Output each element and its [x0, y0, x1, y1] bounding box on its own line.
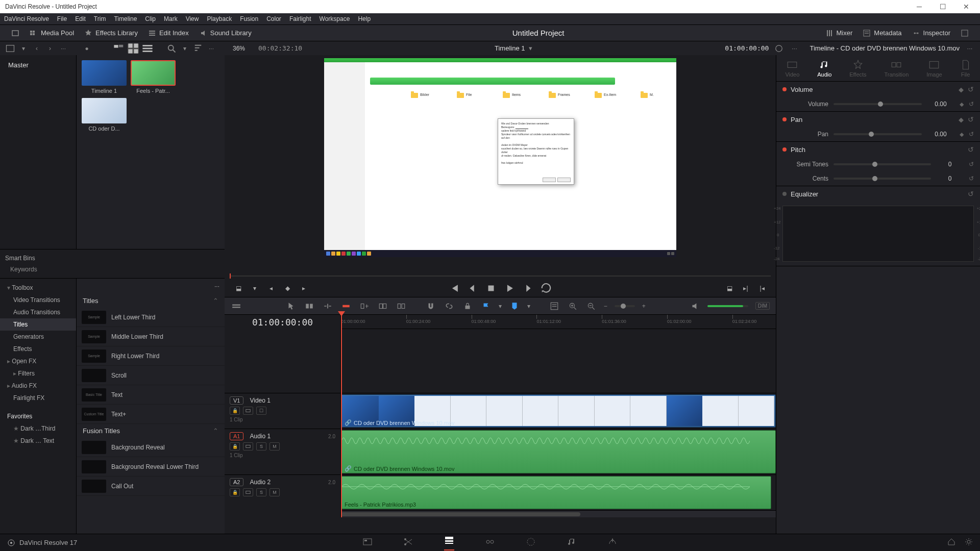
inspector-tab-image[interactable]: Image [926, 59, 942, 78]
selection-tool[interactable] [285, 300, 297, 312]
cents-reset[interactable]: ↺ [969, 175, 974, 182]
timeline-timecode[interactable]: 01:00:00:00 [725, 44, 769, 52]
pan-reset[interactable]: ↺ [968, 115, 974, 123]
nav-back[interactable]: ‹ [32, 43, 42, 54]
dynamic-trim-tool[interactable] [322, 300, 333, 312]
insert-tool[interactable] [359, 300, 370, 312]
home-button[interactable] [947, 538, 955, 547]
clip-v1[interactable]: 🔗CD oder DVD brennen Windows 10.mov [341, 394, 776, 428]
window-minimize-button[interactable]: ─ [908, 0, 931, 13]
fx-cat-audiofx[interactable]: Audio FX [0, 380, 76, 392]
track-v1-body[interactable]: 🔗CD oder DVD brennen Windows 10.mov [341, 393, 776, 429]
mark-out-button[interactable]: |◂ [756, 283, 768, 294]
viewer-frame[interactable]: BilderFileItemsFramesEx-ItemM. We und Da… [324, 58, 676, 257]
search-button[interactable] [166, 43, 177, 54]
prev-frame-button[interactable] [467, 283, 478, 294]
prev-edit-button[interactable]: ◂ [265, 283, 277, 294]
timeline-ruler[interactable]: 01:00:00:0001:00:24:0001:00:48:0001:01:1… [341, 315, 776, 329]
volume-value[interactable]: 0.00 [927, 101, 954, 108]
menu-workspace[interactable]: Workspace [320, 15, 350, 22]
search-dropdown[interactable]: ▾ [180, 43, 190, 54]
clip-a1[interactable]: 🔗CD oder DVD brennen Windows 10.mov [341, 430, 776, 473]
pan-row-reset[interactable]: ↺ [969, 131, 974, 138]
viewer-zoom[interactable]: 36% [233, 45, 245, 52]
fx-cat-effects[interactable]: Effects [0, 343, 76, 355]
smart-bins-header[interactable]: Smart Bins [0, 253, 225, 264]
link-button[interactable] [444, 300, 455, 312]
track-header-a1[interactable]: A1Audio 12.0 🔒 S M 1 Clip [225, 429, 340, 474]
fx-cat-audio-transitions[interactable]: Audio Transitions [0, 306, 76, 318]
volume-slider[interactable] [707, 305, 748, 307]
a2-solo[interactable]: S [256, 488, 266, 496]
zoom-plus-button[interactable] [567, 300, 578, 312]
menu-color[interactable]: Color [266, 15, 281, 22]
window-maximize-button[interactable]: ☐ [931, 0, 954, 13]
fx-section-titles[interactable]: Titles⌃ [77, 294, 225, 308]
fx-options[interactable]: ··· [214, 283, 219, 290]
volume-keyframe[interactable]: ◆ [959, 86, 964, 93]
fx-title-4[interactable]: Basic TitleText [77, 385, 225, 405]
zoom-in-plus[interactable]: + [642, 303, 646, 310]
inspector-options[interactable]: ··· [965, 43, 975, 54]
in-out-button[interactable]: ⬓ [233, 283, 244, 294]
track-header-a2[interactable]: A2Audio 22.0 🔒 S M [225, 474, 340, 510]
marker-dropdown[interactable]: ▾ [527, 303, 530, 310]
track-header-v1[interactable]: V1Video 1 🔒 ☐ 1 Clip [225, 393, 340, 429]
settings-button[interactable] [965, 538, 973, 547]
window-close-button[interactable]: ✕ [954, 0, 978, 13]
v1-auto-select[interactable] [243, 407, 253, 415]
inspector-tab-video[interactable]: Video [785, 59, 799, 78]
trim-tool[interactable] [304, 300, 315, 312]
fx-title-2[interactable]: SampleRight Lower Third [77, 346, 225, 366]
a2-lock[interactable]: 🔒 [230, 488, 240, 496]
inspector-toggle[interactable]: Inspector [907, 25, 955, 41]
mute-button[interactable] [689, 300, 700, 312]
stop-button[interactable] [485, 283, 497, 294]
media-item-2[interactable]: CD oder D... [82, 98, 127, 132]
fx-cat-fairlightfx[interactable]: Fairlight FX [0, 392, 76, 404]
pitch-reset[interactable]: ↺ [968, 145, 974, 154]
edit-index-toggle[interactable]: Edit Index [143, 25, 194, 41]
flag-button[interactable] [480, 300, 492, 312]
fullscreen-button[interactable] [955, 25, 974, 41]
track-a1-body[interactable]: 🔗CD oder DVD brennen Windows 10.mov [341, 429, 776, 474]
media-pool-grid[interactable]: Timeline 1Feels - Patr...CD oder D... [77, 55, 225, 249]
zoom-slider[interactable] [615, 305, 635, 307]
bin-master[interactable]: Master [4, 59, 72, 71]
a1-lock[interactable]: 🔒 [230, 442, 240, 450]
marker-button[interactable] [509, 300, 520, 312]
first-frame-button[interactable] [449, 283, 460, 294]
fx-title-0[interactable]: SampleLeft Lower Third [77, 308, 225, 327]
page-deliver[interactable] [607, 537, 618, 549]
fx-cat-filters[interactable]: Filters [0, 367, 76, 380]
effects-library-toggle[interactable]: Effects Library [79, 25, 143, 41]
index-button[interactable] [549, 300, 560, 312]
page-fusion[interactable] [485, 537, 495, 549]
volume-kf[interactable]: ◆ [960, 101, 964, 108]
menu-fairlight[interactable]: Fairlight [289, 15, 311, 22]
timeline-name[interactable]: Timeline 1 [495, 44, 525, 52]
viewer-options[interactable]: ··· [789, 43, 799, 54]
metadata-view[interactable] [113, 43, 125, 54]
nav-fwd[interactable]: › [45, 43, 55, 54]
cents-value[interactable]: 0 [936, 175, 964, 182]
viewer-scrubber[interactable] [225, 272, 776, 280]
dim-button[interactable]: DIM [755, 302, 770, 310]
media-pool-toggle[interactable]: Media Pool [24, 25, 79, 41]
fx-fusion-2[interactable]: Call Out [77, 477, 225, 496]
flag-dropdown[interactable]: ▾ [499, 303, 502, 310]
inspector-tab-file[interactable]: File [960, 59, 971, 78]
fx-fav-2[interactable]: ★ Dark … Text [0, 435, 76, 447]
fx-cat-titles[interactable]: Titles [0, 318, 76, 331]
mark-in-button[interactable]: ▸| [740, 283, 751, 294]
semitones-slider[interactable] [834, 163, 931, 165]
menu-edit[interactable]: Edit [75, 15, 86, 22]
page-fairlight[interactable] [567, 537, 577, 549]
a2-auto-select[interactable] [243, 488, 253, 496]
keyframe-button[interactable]: ◆ [282, 283, 293, 294]
cents-slider[interactable] [834, 178, 931, 180]
playhead[interactable] [341, 315, 342, 517]
overwrite-tool[interactable] [377, 300, 388, 312]
zoom-out-minus[interactable]: − [604, 303, 607, 310]
a1-solo[interactable]: S [256, 442, 266, 450]
